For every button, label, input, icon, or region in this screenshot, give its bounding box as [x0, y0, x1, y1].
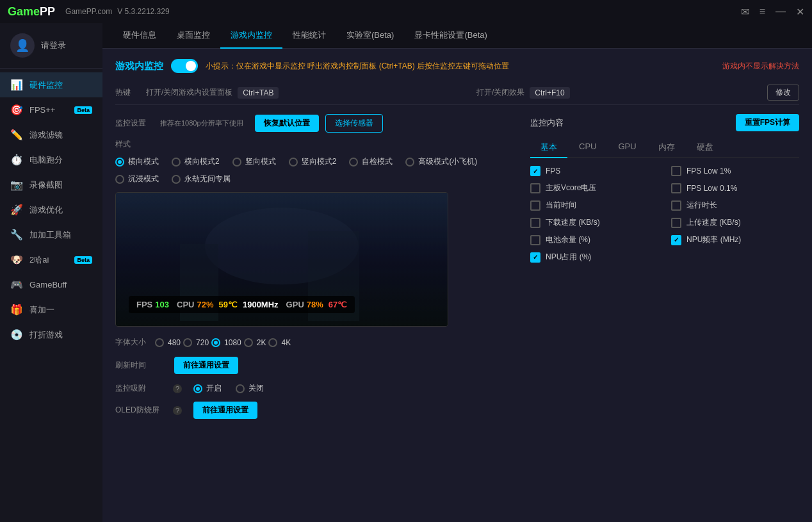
radio-circle: [155, 338, 164, 347]
style-option-v2[interactable]: 竖向模式2: [289, 156, 337, 167]
gpu-label: GPU: [286, 300, 304, 309]
sidebar: 👤 请登录 📊 硬件监控 🎯 FPS++ Beta ✏️ 游戏滤镜 ⏱️ 电脑跑…: [0, 23, 102, 522]
check-npu-freq[interactable]: NPU频率 (MHz): [671, 234, 799, 245]
sidebar-item-benchmark[interactable]: ⏱️ 电脑跑分: [0, 147, 102, 172]
mc-tab-gpu[interactable]: GPU: [608, 138, 646, 158]
check-fps-low1[interactable]: FPS Low 1%: [671, 166, 799, 176]
refresh-label: 刷新时间: [115, 360, 166, 371]
beta-badge: Beta: [74, 256, 92, 264]
style-option-immersive[interactable]: 沉浸模式: [115, 174, 159, 184]
check-fps[interactable]: FPS: [530, 166, 658, 176]
gift-icon: 🎁: [10, 304, 23, 316]
menu-icon[interactable]: ≡: [759, 6, 765, 17]
preview-fps: FPS 103: [136, 300, 169, 309]
deals-icon: 💿: [10, 329, 23, 341]
checkbox: [530, 235, 540, 245]
style-option-self[interactable]: 自检模式: [349, 156, 393, 167]
font-720[interactable]: 720: [183, 338, 209, 347]
sidebar-item-label: 游戏滤镜: [29, 129, 63, 141]
check-label: 下载速度 (KB/s): [546, 217, 600, 228]
sidebar-item-optimize[interactable]: 🚀 游戏优化: [0, 197, 102, 222]
check-upload[interactable]: 上传速度 (KB/s): [671, 217, 799, 228]
tab-hardware-info[interactable]: 硬件信息: [113, 23, 166, 49]
mc-tab-memory[interactable]: 内存: [648, 138, 685, 158]
top-nav: 硬件信息 桌面监控 游戏内监控 性能统计 实验室(Beta) 显卡性能设置(Be…: [102, 23, 812, 49]
style-radio-group: 横向模式 横向模式2 竖向模式 竖向模式2: [115, 156, 517, 184]
check-vcore[interactable]: 主板Vcore电压: [530, 183, 658, 193]
avatar: 👤: [10, 33, 35, 58]
checkbox: [671, 166, 681, 176]
check-fps-low01[interactable]: FPS Low 0.1%: [671, 183, 799, 193]
sidebar-item-gift[interactable]: 🎁 喜加一: [0, 297, 102, 322]
sensor-select-btn[interactable]: 选择传感器: [325, 114, 383, 133]
sidebar-item-toolbox[interactable]: 🔧 加加工具箱: [0, 222, 102, 247]
mc-tab-disk[interactable]: 硬盘: [686, 138, 724, 158]
minimize-icon[interactable]: —: [775, 6, 786, 17]
settings-note: 推荐在1080p分辨率下使用: [160, 118, 243, 128]
mc-tab-cpu[interactable]: CPU: [569, 138, 606, 158]
radio-circle: [172, 158, 181, 167]
font-1080[interactable]: 1080: [211, 338, 241, 347]
solve-link[interactable]: 游戏内不显示解决方法: [722, 61, 799, 72]
style-option-advanced[interactable]: 高级模式(小飞机): [405, 156, 477, 167]
fps-val: 103: [155, 300, 169, 309]
check-label: 主板Vcore电压: [546, 183, 596, 193]
sidebar-item-filter[interactable]: ✏️ 游戏滤镜: [0, 122, 102, 147]
font-val: 2K: [257, 338, 266, 347]
sidebar-item-fps[interactable]: 🎯 FPS++ Beta: [0, 97, 102, 122]
font-size-label: 字体大小: [115, 337, 146, 348]
style-option-v1[interactable]: 竖向模式: [232, 156, 276, 167]
attach-hint-icon[interactable]: ?: [173, 384, 182, 393]
tab-desktop-monitor[interactable]: 桌面监控: [166, 23, 220, 49]
sidebar-item-deals[interactable]: 💿 打折游戏: [0, 322, 102, 347]
tab-lab[interactable]: 实验室(Beta): [336, 23, 404, 49]
sidebar-item-hardware[interactable]: 📊 硬件监控: [0, 72, 102, 97]
tab-ingame-monitor[interactable]: 游戏内监控: [220, 23, 282, 49]
checkbox: [671, 218, 681, 228]
sidebar-item-ai[interactable]: 🐶 2哈ai Beta: [0, 247, 102, 272]
attach-label: 监控吸附: [115, 383, 166, 394]
font-2k[interactable]: 2K: [244, 338, 266, 347]
preview-box: FPS 103 CPU 72% 59℃ 1900MHz GPU: [115, 192, 448, 327]
check-time[interactable]: 当前时间: [530, 200, 658, 211]
style-option-h1[interactable]: 横向模式: [115, 156, 159, 167]
oled-hint-icon[interactable]: ?: [173, 406, 182, 415]
tab-perf-stats[interactable]: 性能统计: [282, 23, 336, 49]
mail-icon[interactable]: ✉: [741, 6, 749, 18]
check-download[interactable]: 下载速度 (KB/s): [530, 217, 658, 228]
cpu-label: CPU: [177, 300, 194, 309]
font-4k[interactable]: 4K: [268, 338, 291, 347]
close-icon[interactable]: ✕: [796, 6, 804, 18]
monitor-toggle[interactable]: [171, 59, 198, 73]
reset-fps-btn[interactable]: 重置FPS计算: [736, 114, 799, 131]
filter-icon: ✏️: [10, 129, 23, 141]
check-battery[interactable]: 电池余量 (%): [530, 234, 658, 245]
preview-gpu: GPU 78% 67℃: [286, 300, 348, 309]
font-480[interactable]: 480: [155, 338, 181, 347]
radio-circle: [115, 175, 124, 184]
hotkeys-row: 热键 打开/关闭游戏内设置面板 Ctrl+TAB 打开/关闭效果 Ctrl+F1…: [115, 81, 799, 105]
check-npu-usage[interactable]: NPU占用 (%): [530, 252, 658, 263]
attach-on[interactable]: 开启: [193, 383, 222, 394]
tab-gpu-settings[interactable]: 显卡性能设置(Beta): [404, 23, 497, 49]
style-option-label: 横向模式: [128, 156, 159, 167]
attach-off[interactable]: 关闭: [236, 383, 264, 394]
restore-default-btn[interactable]: 恢复默认位置: [255, 115, 319, 132]
checkbox: [671, 235, 681, 245]
page-content: 游戏内监控 小提示：仅在游戏中显示监控 呼出游戏内控制面板 (Ctrl+TAB)…: [102, 49, 812, 522]
check-label: FPS: [546, 167, 560, 175]
style-option-h2[interactable]: 横向模式2: [172, 156, 220, 167]
style-option-forever[interactable]: 永劫无间专属: [172, 174, 231, 184]
modify-button[interactable]: 修改: [767, 85, 799, 101]
sidebar-item-screenshot[interactable]: 📷 录像截图: [0, 172, 102, 197]
font-val: 4K: [281, 338, 291, 347]
mc-tabs: 基本 CPU GPU 内存 硬盘: [530, 138, 799, 158]
sidebar-item-gamebuff[interactable]: 🎮 GameBuff: [0, 272, 102, 297]
user-profile[interactable]: 👤 请登录: [0, 23, 102, 69]
refresh-goto-btn[interactable]: 前往通用设置: [174, 357, 238, 374]
oled-goto-btn[interactable]: 前往通用设置: [193, 402, 257, 419]
radio-circle: [349, 158, 358, 167]
mc-tab-basic[interactable]: 基本: [530, 138, 567, 158]
radio-circle: [183, 338, 192, 347]
check-runtime[interactable]: 运行时长: [671, 200, 799, 211]
